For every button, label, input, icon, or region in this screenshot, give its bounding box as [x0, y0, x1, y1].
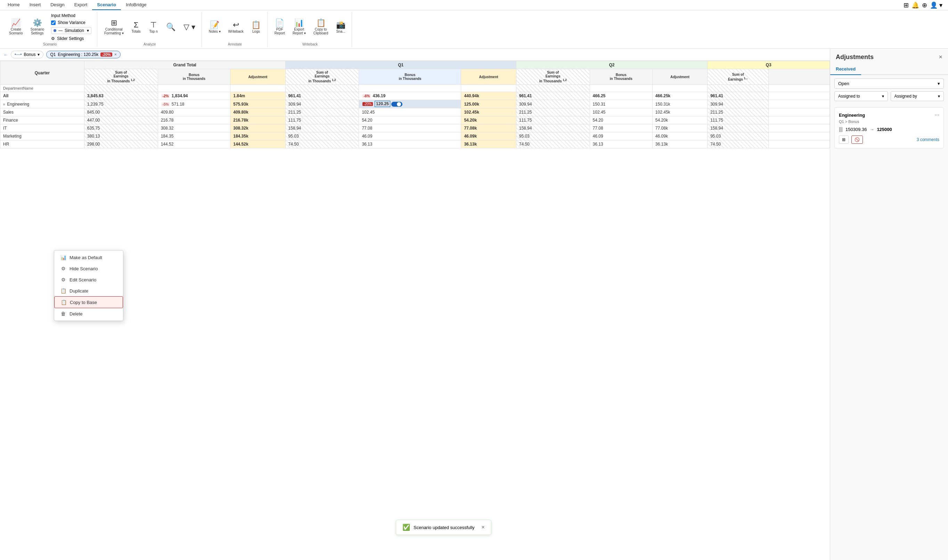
chip-close[interactable]: × — [114, 52, 117, 57]
pdf-icon: 📄 — [275, 19, 284, 27]
table-row-hr: HR 298.00 144.52 144.52k 74.50 36.13 36.… — [0, 140, 830, 148]
adj-reject-button[interactable]: 🚫 — [851, 135, 863, 144]
mkt-q3-bonus — [769, 132, 830, 140]
input-method-item[interactable]: Input Method — [49, 12, 94, 19]
ctx-duplicate[interactable]: 📋 Duplicate — [54, 285, 123, 296]
finance-q2-adj: 54.20k — [652, 116, 707, 125]
adj-more-options[interactable]: ··· — [935, 112, 939, 118]
delete-icon: 🗑 — [60, 311, 66, 317]
it-q1-adj: 77.08k — [461, 125, 516, 132]
show-variance-checkbox[interactable] — [51, 20, 55, 25]
q2-bonus-header: Bonusin Thousands — [590, 69, 652, 85]
hr-q1-adj: 36.13k — [461, 140, 516, 148]
tab-insert[interactable]: Insert — [25, 0, 46, 10]
panel-status-dropdown[interactable]: Open ▾ — [834, 78, 944, 89]
notification-icon[interactable]: 🔔 — [911, 2, 919, 9]
filter-button[interactable]: ▽ ▾ — [181, 22, 198, 32]
scenario-settings-button[interactable]: ⚙️ ScenarioSettings — [28, 18, 46, 37]
reject-icon: 🚫 — [854, 137, 860, 142]
writeback-group-label: Writeback — [302, 42, 318, 46]
tab-infobridge[interactable]: InfoBridge — [121, 0, 151, 10]
pdf-report-button[interactable]: 📄 PDFReport — [272, 18, 288, 37]
totals-button[interactable]: Σ Totals — [129, 20, 144, 35]
copy-to-clipboard-button[interactable]: 📋 Copy toClipboard — [311, 18, 331, 37]
back-arrow[interactable]: ← — [3, 52, 8, 57]
share-icon[interactable]: ⊕ — [922, 2, 927, 9]
mkt-q1-earnings: 95.03 — [285, 132, 359, 140]
slider-widget[interactable] — [391, 102, 402, 107]
all-q2-earnings: 961.41 — [516, 92, 590, 100]
ctx-delete[interactable]: 🗑 Delete — [54, 308, 123, 319]
user-icon[interactable]: 👤 ▾ — [930, 2, 942, 9]
eng-adj: 575.93k — [231, 100, 285, 108]
panel-status-chevron: ▾ — [937, 81, 940, 86]
ctx-make-default-label: Make as Default — [69, 255, 102, 260]
search-icon: 🔍 — [166, 23, 175, 31]
writeback-icon: ↩ — [233, 21, 239, 29]
panel-close-button[interactable]: × — [939, 54, 942, 61]
dept-name-label: DepartmentName — [0, 85, 85, 92]
hr-adj: 144.52k — [231, 140, 285, 148]
topn-button[interactable]: ⊤ Top n — [146, 20, 161, 35]
comments-link[interactable]: 3 comments — [917, 137, 939, 142]
all-q2-bonus: 466.25 — [590, 92, 652, 100]
scenario-options: Input Method Show Variance — Simulation … — [49, 12, 94, 42]
q3-earnings-header: Sum ofEarnings 1... — [708, 69, 769, 85]
writeback-button[interactable]: ↩ Writeback — [226, 20, 246, 35]
toast-notification: ✅ Scenario updated successfully × — [396, 520, 491, 535]
ribbon: Home Insert Design Export Scenario InfoB… — [0, 0, 948, 49]
row-name-it: IT — [0, 125, 85, 132]
slider-settings-item[interactable]: ⚙ Slider Settings — [49, 35, 94, 42]
gt-earnings-header: Sum ofEarningsin Thousands 1,2 — [84, 69, 158, 85]
annotate-tools: 📝 Notes ▾ ↩ Writeback 📋 Logs — [206, 12, 264, 42]
sales-earnings: 845.00 — [84, 108, 158, 116]
scenario-tools: 📈 CreateScenario ⚙️ ScenarioSettings Inp… — [6, 12, 94, 42]
copy-to-base-icon: 📋 — [61, 300, 66, 305]
conditional-formatting-button[interactable]: ⊞ ConditionalFormatting ▾ — [102, 18, 126, 37]
create-scenario-button[interactable]: 📈 CreateScenario — [6, 18, 25, 37]
totals-icon: Σ — [134, 21, 139, 29]
export-report-button[interactable]: 📊 ExportReport ▾ — [290, 18, 309, 37]
panel-tab-received[interactable]: Received — [830, 63, 861, 75]
mkt-q2-earnings: 95.03 — [516, 132, 590, 140]
assigned-by-filter[interactable]: Assigned by ▾ — [891, 91, 944, 101]
metric-filter-pill[interactable]: •—• Bonus ▾ — [11, 51, 43, 58]
ctx-make-default[interactable]: 📊 Make as Default — [54, 252, 123, 263]
ribbon-group-scenario: 📈 CreateScenario ⚙️ ScenarioSettings Inp… — [3, 12, 97, 47]
sales-q2-adj: 102.45k — [652, 108, 707, 116]
eng-bonus: -5% 571.18 — [158, 100, 231, 108]
view-icon[interactable]: ⊞ — [903, 2, 909, 9]
simulation-dropdown[interactable]: — Simulation ▾ — [51, 27, 91, 34]
main-layout: ← •—• Bonus ▾ Q1 Engineering : 120.25k -… — [0, 49, 948, 560]
ctx-copy-to-base[interactable]: 📋 Copy to Base — [54, 296, 123, 308]
ctx-edit-scenario[interactable]: ⚙ Edit Scenario — [54, 274, 123, 285]
snapshot-button[interactable]: 📸 Sna... — [333, 20, 348, 35]
show-variance-item[interactable]: Show Variance — [49, 20, 94, 26]
simulation-item[interactable]: — Simulation ▾ — [49, 26, 94, 35]
hide-scenario-icon: ⚙ — [60, 266, 66, 271]
tab-scenario[interactable]: Scenario — [92, 0, 121, 10]
adj-arrow: → — [870, 127, 874, 132]
toast-close[interactable]: × — [482, 524, 485, 531]
adjustment-card: Engineering ··· Q1 > Bonus ||| 150309.36… — [834, 107, 944, 148]
hr-q1-earnings: 74.50 — [285, 140, 359, 148]
tab-home[interactable]: Home — [3, 0, 25, 10]
logs-button[interactable]: 📋 Logs — [248, 20, 264, 35]
tab-export[interactable]: Export — [69, 0, 92, 10]
export-icon: 📊 — [294, 19, 304, 27]
q1-earnings-header: Sum ofEarningsin Thousands 1,2 — [285, 69, 359, 85]
adj-view-button[interactable]: ⊞ — [839, 135, 849, 144]
duplicate-icon: 📋 — [60, 288, 66, 294]
tab-design[interactable]: Design — [46, 0, 69, 10]
notes-button[interactable]: 📝 Notes ▾ — [206, 20, 223, 35]
analyze-tools: ⊞ ConditionalFormatting ▾ Σ Totals ⊤ Top… — [102, 12, 198, 42]
dept-name-subheader-row: DepartmentName — [0, 85, 830, 92]
adj-header: Engineering ··· — [839, 112, 939, 118]
mkt-q1-adj: 46.09k — [461, 132, 516, 140]
ctx-hide-scenario[interactable]: ⚙ Hide Scenario — [54, 263, 123, 274]
search-button[interactable]: 🔍 — [163, 22, 179, 32]
simulation-line: — — [58, 28, 63, 33]
simulation-chevron: ▾ — [87, 28, 89, 33]
gt-adj-header: Adjustment — [231, 69, 285, 85]
assigned-to-filter[interactable]: Assigned to ▾ — [834, 91, 888, 101]
